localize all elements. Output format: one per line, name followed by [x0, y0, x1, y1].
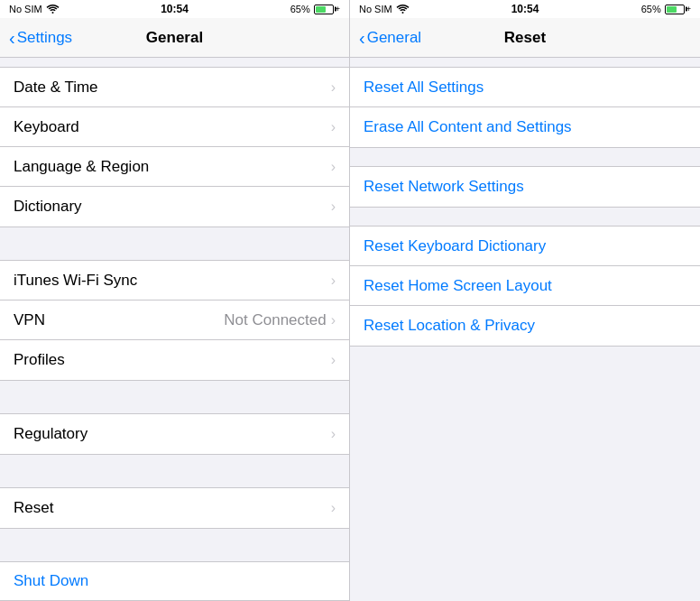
reset-panel: No SIM 10:54 65% +: [350, 0, 700, 601]
dictionary-label: Dictionary: [14, 198, 82, 216]
spacer-top-1: [0, 58, 349, 67]
regulatory-item[interactable]: Regulatory ›: [0, 414, 349, 454]
back-to-general-button[interactable]: ‹ General: [359, 29, 421, 47]
language-right: ›: [331, 159, 336, 175]
reset-network-item[interactable]: Reset Network Settings: [350, 167, 700, 207]
section-datetime-keyboard: Date & Time › Keyboard › Language & Regi…: [0, 67, 349, 227]
wifi-icon-left: [46, 4, 60, 15]
date-time-right: ›: [331, 79, 336, 96]
svg-point-0: [51, 12, 53, 14]
carrier-text-left: No SIM: [9, 4, 42, 14]
general-title: General: [146, 29, 203, 47]
spacer-4: [0, 455, 349, 487]
status-time-right: 10:54: [511, 3, 539, 15]
reset-group-2: Reset Network Settings: [350, 166, 700, 208]
chevron-language: ›: [331, 159, 336, 175]
profiles-label: Profiles: [14, 351, 65, 369]
back-to-settings-button[interactable]: ‹ Settings: [9, 29, 72, 47]
shutdown-label: Shut Down: [14, 572, 88, 590]
back-label-settings: Settings: [17, 29, 72, 47]
reset-title: Reset: [504, 29, 546, 47]
battery-percent-right: 65%: [641, 4, 661, 14]
reset-label: Reset: [14, 499, 53, 517]
chevron-reset: ›: [331, 500, 336, 516]
general-panel: No SIM 10:54 65% +: [0, 0, 350, 601]
status-right-right: 65% +: [641, 4, 691, 14]
status-bar-right: No SIM 10:54 65% +: [350, 0, 700, 18]
reset-all-settings-item[interactable]: Reset All Settings: [350, 68, 700, 107]
battery-icon-right: +: [665, 5, 691, 14]
section-regulatory: Regulatory ›: [0, 413, 349, 455]
back-chevron-icon: ‹: [9, 29, 15, 47]
vpn-label: VPN: [14, 311, 45, 329]
battery-percent-left: 65%: [290, 4, 310, 14]
section-itunes-vpn: iTunes Wi-Fi Sync › VPN Not Connected › …: [0, 260, 349, 381]
battery-icon-left: +: [314, 5, 340, 14]
date-time-item[interactable]: Date & Time ›: [0, 68, 349, 107]
date-time-label: Date & Time: [14, 79, 98, 97]
bottom-spacer-right: [350, 347, 700, 527]
chevron-keyboard: ›: [331, 119, 336, 135]
status-right-left: 65% +: [290, 4, 340, 14]
reset-home-screen-label: Reset Home Screen Layout: [364, 277, 552, 295]
reset-keyboard-dict-label: Reset Keyboard Dictionary: [364, 237, 546, 255]
status-bar-left: No SIM 10:54 65% +: [0, 0, 349, 18]
chevron-regulatory: ›: [331, 426, 336, 442]
language-label: Language & Region: [14, 158, 149, 176]
reset-group-1: Reset All Settings Erase All Content and…: [350, 67, 700, 148]
itunes-wifi-right: ›: [331, 273, 336, 289]
dictionary-right: ›: [331, 199, 336, 215]
language-region-item[interactable]: Language & Region ›: [0, 147, 349, 187]
vpn-item[interactable]: VPN Not Connected ›: [0, 300, 349, 340]
section-reset: Reset ›: [0, 487, 349, 529]
reset-item[interactable]: Reset ›: [0, 488, 349, 528]
shutdown-item[interactable]: Shut Down: [0, 561, 349, 601]
reset-spacer-2: [350, 148, 700, 166]
chevron-itunes: ›: [331, 273, 336, 289]
spacer-2: [0, 227, 349, 260]
status-carrier-left: No SIM: [9, 4, 60, 15]
regulatory-label: Regulatory: [14, 425, 88, 443]
wifi-icon-right: [396, 4, 410, 15]
chevron-dictionary: ›: [331, 199, 336, 215]
spacer-5: [0, 529, 349, 561]
erase-all-label: Erase All Content and Settings: [364, 118, 572, 136]
profiles-item[interactable]: Profiles ›: [0, 340, 349, 380]
reset-all-settings-label: Reset All Settings: [364, 79, 484, 97]
status-time-left: 10:54: [161, 3, 189, 15]
erase-all-item[interactable]: Erase All Content and Settings: [350, 107, 700, 147]
nav-bar-reset: ‹ General Reset: [350, 18, 700, 58]
svg-point-1: [401, 12, 403, 14]
itunes-wifi-item[interactable]: iTunes Wi-Fi Sync ›: [0, 261, 349, 300]
reset-location-privacy-item[interactable]: Reset Location & Privacy: [350, 306, 700, 346]
keyboard-item[interactable]: Keyboard ›: [0, 107, 349, 147]
nav-bar-general: ‹ Settings General: [0, 18, 349, 58]
vpn-value: Not Connected: [224, 311, 326, 329]
profiles-right: ›: [331, 352, 336, 368]
reset-network-label: Reset Network Settings: [364, 178, 524, 196]
reset-top-spacer: [350, 58, 700, 67]
reset-keyboard-dict-item[interactable]: Reset Keyboard Dictionary: [350, 227, 700, 266]
reset-location-label: Reset Location & Privacy: [364, 317, 535, 335]
status-carrier-right: No SIM: [359, 4, 410, 15]
chevron-date-time: ›: [331, 79, 336, 96]
vpn-right: Not Connected ›: [224, 311, 336, 329]
dictionary-item[interactable]: Dictionary ›: [0, 187, 349, 227]
chevron-profiles: ›: [331, 352, 336, 368]
general-scroll: Date & Time › Keyboard › Language & Regi…: [0, 58, 349, 601]
keyboard-right: ›: [331, 119, 336, 135]
reset-spacer-3: [350, 208, 700, 226]
reset-right: ›: [331, 500, 336, 516]
back-chevron-reset-icon: ‹: [359, 29, 365, 47]
chevron-vpn: ›: [331, 312, 336, 328]
reset-home-screen-item[interactable]: Reset Home Screen Layout: [350, 266, 700, 306]
regulatory-right: ›: [331, 426, 336, 442]
itunes-wifi-label: iTunes Wi-Fi Sync: [14, 272, 137, 290]
keyboard-label: Keyboard: [14, 118, 79, 136]
reset-scroll: Reset All Settings Erase All Content and…: [350, 58, 700, 601]
carrier-text-right: No SIM: [359, 4, 392, 14]
back-label-general: General: [367, 29, 421, 47]
spacer-3: [0, 381, 349, 413]
reset-group-3: Reset Keyboard Dictionary Reset Home Scr…: [350, 226, 700, 347]
